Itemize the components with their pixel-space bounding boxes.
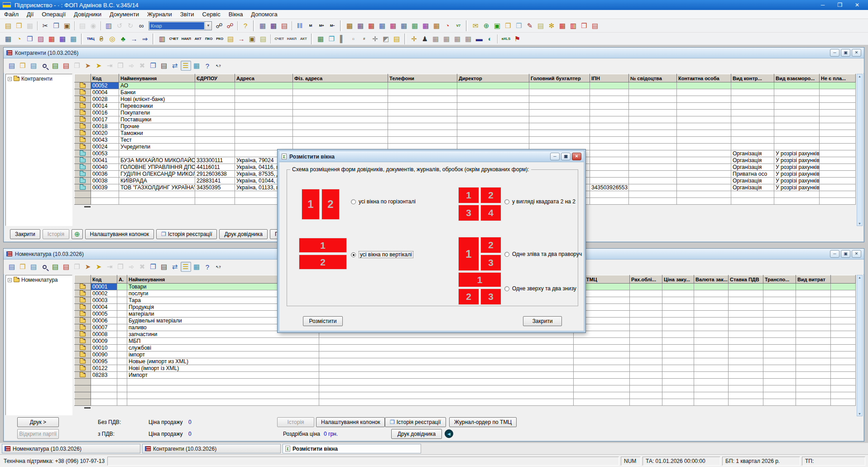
- contractors-titlebar[interactable]: Контрагенти (10.03.2026) ─ ▣ ✕: [4, 48, 864, 58]
- restore-icon[interactable]: ▣: [561, 153, 571, 160]
- column-settings-button[interactable]: Налаштування колонок: [85, 229, 154, 239]
- reports-pink-icon[interactable]: ▨: [36, 34, 46, 44]
- column-settings-button[interactable]: Налаштування колонок: [316, 417, 385, 427]
- table-row[interactable]: [75, 379, 856, 385]
- column-header-accountant[interactable]: Головний бухгалтер: [529, 74, 590, 82]
- new-item-icon[interactable]: ▤: [7, 61, 17, 71]
- new-group-icon[interactable]: ❒: [18, 262, 28, 272]
- minimize-icon[interactable]: ─: [815, 0, 831, 10]
- table-row[interactable]: 00018Прочие: [75, 123, 856, 130]
- context-help-icon[interactable]: ↖?: [213, 61, 224, 71]
- radio-option-t1b2[interactable]: Одне зверху та два знизу: [504, 285, 576, 292]
- strip-blue-icon[interactable]: ▬: [474, 34, 484, 44]
- print-red-icon[interactable]: ▤: [590, 21, 600, 31]
- expand-icon[interactable]: +: [8, 77, 12, 81]
- print-preview-icon[interactable]: ◉: [88, 21, 99, 31]
- column-header-code[interactable]: Код: [91, 74, 119, 82]
- money-transfer-icon[interactable]: →: [129, 34, 139, 44]
- scale-icon[interactable]: ✛: [370, 34, 380, 44]
- akt-icon[interactable]: АКТ: [193, 34, 203, 44]
- doc-text-icon[interactable]: ▤: [159, 61, 169, 71]
- delete-row-icon[interactable]: ▤: [61, 262, 72, 272]
- person-dark-icon[interactable]: ♟: [420, 34, 430, 44]
- table-view-icon[interactable]: ▦: [192, 61, 202, 71]
- memory-icon[interactable]: М: [306, 21, 316, 31]
- column-header-payer[interactable]: Не є пла...: [820, 74, 856, 82]
- table-row[interactable]: 08283Импорт: [75, 372, 856, 379]
- expand-icon[interactable]: +: [8, 278, 12, 282]
- radio-option-h2[interactable]: усі вікна по горізонталі: [351, 198, 416, 205]
- magic-wand-icon[interactable]: ✻: [547, 21, 557, 31]
- table-report-7-icon[interactable]: ▦: [410, 21, 420, 31]
- transfer-icon[interactable]: ⇥: [105, 61, 115, 71]
- new-item-icon[interactable]: ▤: [7, 262, 17, 272]
- akt-grey-icon[interactable]: АКТ: [298, 34, 309, 44]
- back-arrow-icon[interactable]: ◀: [445, 429, 453, 438]
- table-row[interactable]: 00010службові: [75, 345, 856, 351]
- minimize-icon[interactable]: ─: [830, 250, 839, 258]
- flag-red-icon[interactable]: ⚑: [512, 34, 523, 44]
- doc-yellow-icon[interactable]: ▤: [225, 34, 236, 44]
- copy-row-icon[interactable]: ❐: [72, 262, 82, 272]
- save-icon[interactable]: ▦: [25, 21, 35, 31]
- move-item-icon[interactable]: ➤: [83, 61, 93, 71]
- menu-сервіс[interactable]: Сервіс: [198, 10, 225, 19]
- folder-case-icon[interactable]: ❒: [579, 21, 590, 31]
- pages-icon[interactable]: ❐: [115, 262, 126, 272]
- taskbar-item[interactable]: ΣРозмістити вікна: [283, 444, 421, 453]
- edit-pen-icon[interactable]: ✎: [525, 21, 535, 31]
- column-header-valuta[interactable]: Валюта зак...: [694, 275, 729, 284]
- book-red-icon[interactable]: ▥: [568, 21, 579, 31]
- angle-icon[interactable]: ◩: [381, 34, 391, 44]
- cancel-select-icon[interactable]: ✖: [137, 262, 148, 272]
- print-directory-button[interactable]: Друк довідника: [219, 229, 268, 239]
- circle-teal-icon[interactable]: ◐: [485, 34, 495, 44]
- docs-folder-icon[interactable]: ❒: [25, 34, 35, 44]
- table-row[interactable]: [75, 392, 856, 399]
- find-person-icon[interactable]: ☍: [214, 21, 225, 31]
- column-header-vytraty[interactable]: Вид витрат: [796, 275, 831, 284]
- menu-вікна[interactable]: Вікна: [225, 10, 247, 19]
- calculator2-icon[interactable]: ▦: [269, 21, 279, 31]
- history-button[interactable]: Історія: [43, 229, 69, 239]
- tree-node-contractors[interactable]: + Контрагенти: [6, 74, 72, 83]
- memory-minus-icon[interactable]: М−: [327, 21, 338, 31]
- doc-note-icon[interactable]: ▤: [536, 21, 546, 31]
- doc-arrow-red-icon[interactable]: →: [236, 34, 247, 44]
- notes-icon[interactable]: ▤: [258, 34, 269, 44]
- redo-icon[interactable]: ↻: [125, 21, 136, 31]
- column-header-code[interactable]: Код: [91, 275, 117, 284]
- column-header-mutual[interactable]: Вид взаєморо...: [774, 74, 820, 82]
- table-report-3-icon[interactable]: ▦: [366, 21, 377, 31]
- hierarchy-view-icon[interactable]: ☰: [181, 262, 191, 272]
- menu-допомога[interactable]: Допомога: [247, 10, 281, 19]
- close-icon[interactable]: ✕: [852, 49, 861, 57]
- table-report-8-icon[interactable]: ▦: [421, 21, 431, 31]
- radio-button-icon[interactable]: [504, 252, 509, 257]
- open-folder-icon[interactable]: ❒: [14, 21, 24, 31]
- minimize-icon[interactable]: ─: [830, 49, 839, 57]
- globe-icon[interactable]: ⊕: [481, 21, 492, 31]
- minimize-icon[interactable]: ─: [550, 153, 560, 160]
- table-settings-icon[interactable]: ▥: [104, 21, 114, 31]
- copy-doc-icon[interactable]: ❐: [148, 262, 158, 272]
- column-header-edrpou[interactable]: ЄДРПОУ: [195, 74, 235, 82]
- column-header-cina[interactable]: Ціна заку...: [662, 275, 694, 284]
- table-report-6-icon[interactable]: ▦: [399, 21, 409, 31]
- copy-icon[interactable]: ❐: [51, 21, 62, 31]
- delete-row-icon[interactable]: ▤: [61, 61, 72, 71]
- column-header-address[interactable]: Адреса: [235, 74, 293, 82]
- grid-frost-4-icon[interactable]: ▦: [463, 34, 474, 44]
- red-grid-icon[interactable]: ▦: [557, 21, 568, 31]
- column-header[interactable]: [831, 275, 856, 284]
- radio-option-q4[interactable]: у вигляді квадрата 2 на 2: [504, 198, 575, 205]
- table-view-icon[interactable]: ▦: [192, 262, 202, 272]
- schet-icon[interactable]: СЧЕТ: [168, 34, 180, 44]
- menu-довідники[interactable]: Довідники: [70, 10, 106, 19]
- table-row[interactable]: 00043Тест: [75, 137, 856, 144]
- column-header-stavka[interactable]: Ставка ПДВ: [729, 275, 763, 284]
- table-row[interactable]: 00009МБП: [75, 338, 856, 345]
- taskbar-item[interactable]: Контрагенти (10.03.2026): [142, 444, 281, 453]
- paste-icon[interactable]: ▣: [62, 21, 72, 31]
- journal-orange-icon[interactable]: ◔: [14, 34, 24, 44]
